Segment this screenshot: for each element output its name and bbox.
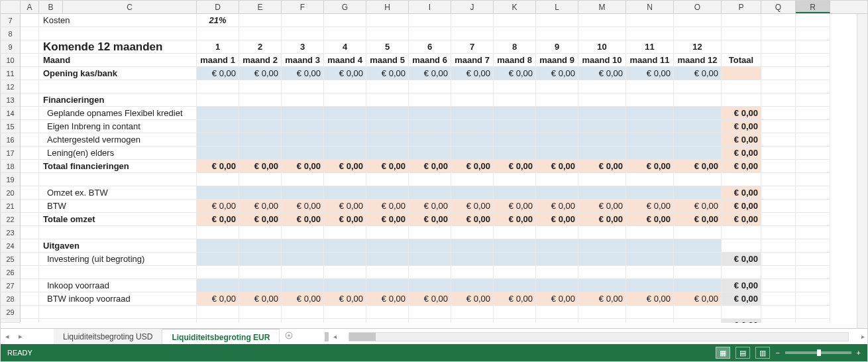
row-20[interactable]: 20 <box>1 186 20 200</box>
col-D[interactable]: D <box>197 1 239 13</box>
add-sheet-button[interactable] <box>280 329 298 344</box>
cell-value[interactable]: € 0,00 <box>494 292 536 306</box>
cell-total[interactable]: € 0,00 <box>722 200 761 213</box>
cell-kosten-pct[interactable]: 21% <box>197 14 239 27</box>
cell-value[interactable]: € 0,00 <box>197 292 239 306</box>
cell-value[interactable]: € 0,00 <box>674 160 722 173</box>
row-23[interactable]: 23 <box>1 226 20 239</box>
cell-value[interactable]: € 0,00 <box>674 200 722 213</box>
cell-value[interactable]: € 0,00 <box>578 213 626 226</box>
cell-value[interactable]: € 0,00 <box>282 292 324 306</box>
cell-value[interactable]: € 0,00 <box>674 67 722 80</box>
col-J[interactable]: J <box>451 1 494 13</box>
cell-value[interactable]: € 0,00 <box>239 160 282 173</box>
col-N[interactable]: N <box>626 1 674 13</box>
row-27[interactable]: 27 <box>1 279 20 292</box>
cell-total[interactable]: € 0,00 <box>722 292 761 306</box>
cell-value[interactable]: € 0,00 <box>626 160 674 173</box>
view-normal-button[interactable]: ▦ <box>716 347 730 359</box>
row-30[interactable] <box>1 319 20 323</box>
row-17[interactable]: 17 <box>1 147 20 160</box>
cell-value[interactable]: € 0,00 <box>282 200 324 213</box>
cell-value[interactable]: € 0,00 <box>409 213 451 226</box>
cell-total[interactable]: € 0,00 <box>722 107 761 120</box>
sheet-tab-eur[interactable]: Liquiditeitsbegroting EUR <box>162 329 280 344</box>
cell-value[interactable]: € 0,00 <box>324 160 366 173</box>
cell-value[interactable]: € 0,00 <box>578 67 626 80</box>
cell-total[interactable]: € 0,00 <box>722 120 761 133</box>
col-B[interactable]: B <box>39 1 63 13</box>
zoom-out-button[interactable]: − <box>775 349 779 357</box>
cell-total[interactable]: € 0,00 <box>722 133 761 147</box>
row-8[interactable]: 8 <box>1 27 20 40</box>
cell-value[interactable]: € 0,00 <box>366 292 409 306</box>
cell-value[interactable]: € 0,00 <box>324 200 366 213</box>
scroll-split-handle[interactable] <box>325 332 329 341</box>
row-9[interactable]: 9 <box>1 40 20 54</box>
cell-value[interactable]: € 0,00 <box>536 292 578 306</box>
cell-value[interactable]: € 0,00 <box>578 160 626 173</box>
cell-value[interactable]: € 0,00 <box>239 67 282 80</box>
row-29[interactable]: 29 <box>1 306 20 319</box>
cell-value[interactable]: € 0,00 <box>197 67 239 80</box>
row-26[interactable]: 26 <box>1 266 20 279</box>
cell-value[interactable]: € 0,00 <box>494 67 536 80</box>
cell-value[interactable]: € 0,00 <box>451 67 494 80</box>
zoom-slider[interactable] <box>785 351 851 354</box>
vertical-scrollbar[interactable] <box>857 14 867 328</box>
col-M[interactable]: M <box>578 1 626 13</box>
cell-total[interactable]: € 0,00 <box>722 213 761 226</box>
col-L[interactable]: L <box>536 1 578 13</box>
cell-value[interactable]: € 0,00 <box>366 67 409 80</box>
cell-value[interactable]: € 0,00 <box>578 200 626 213</box>
row-25[interactable]: 25 <box>1 253 20 266</box>
cell-total[interactable]: € 0,00 <box>722 147 761 160</box>
cell-value[interactable]: € 0,00 <box>536 67 578 80</box>
col-R[interactable]: R <box>796 1 830 13</box>
row-15[interactable]: 15 <box>1 120 20 133</box>
horizontal-scrollbar[interactable]: ◂ ▸ <box>298 329 867 344</box>
row-14[interactable]: 14 <box>1 107 20 120</box>
row-24[interactable]: 24 <box>1 239 20 253</box>
tab-nav-first[interactable]: ◂ <box>1 329 14 344</box>
row-18[interactable]: 18 <box>1 160 20 173</box>
cell-value[interactable]: € 0,00 <box>451 213 494 226</box>
cell-total[interactable]: € 0,00 <box>722 253 761 266</box>
cell-value[interactable]: € 0,00 <box>536 213 578 226</box>
cell-value[interactable]: € 0,00 <box>366 213 409 226</box>
zoom-in-button[interactable]: + <box>857 349 861 357</box>
cell-value[interactable]: € 0,00 <box>197 160 239 173</box>
row-7[interactable]: 7 <box>1 14 20 27</box>
col-Q[interactable]: Q <box>761 1 796 13</box>
view-page-layout-button[interactable]: ▤ <box>735 347 750 359</box>
cell-value[interactable]: € 0,00 <box>409 200 451 213</box>
cell-value[interactable]: € 0,00 <box>282 67 324 80</box>
cell-value[interactable]: € 0,00 <box>626 200 674 213</box>
cell-total[interactable]: € 0,00 <box>722 186 761 200</box>
cell-value[interactable]: € 0,00 <box>494 200 536 213</box>
cell-value[interactable]: € 0,00 <box>494 160 536 173</box>
zoom-slider-knob[interactable] <box>817 349 821 356</box>
cell-value[interactable]: € 0,00 <box>451 160 494 173</box>
row-13[interactable]: 13 <box>1 93 20 107</box>
cell-value[interactable]: € 0,00 <box>674 292 722 306</box>
cell-value[interactable]: € 0,00 <box>451 200 494 213</box>
cell-value[interactable]: € 0,00 <box>239 292 282 306</box>
row-10[interactable]: 10 <box>1 54 20 67</box>
cell-value[interactable]: € 0,00 <box>239 200 282 213</box>
cell-value[interactable]: € 0,00 <box>674 213 722 226</box>
row-11[interactable]: 11 <box>1 67 20 80</box>
cell-total[interactable]: € 0,00 <box>722 279 761 292</box>
cell-value[interactable]: € 0,00 <box>324 213 366 226</box>
cell-value[interactable]: € 0,00 <box>282 213 324 226</box>
cell-total[interactable] <box>722 67 761 80</box>
scroll-right-arrow[interactable]: ▸ <box>858 333 867 340</box>
cell-value[interactable]: € 0,00 <box>409 67 451 80</box>
col-K[interactable]: K <box>494 1 536 13</box>
row-12[interactable]: 12 <box>1 80 20 93</box>
col-E[interactable]: E <box>239 1 282 13</box>
cell-value[interactable]: € 0,00 <box>536 200 578 213</box>
cell-total[interactable]: € 0,00 <box>722 319 761 323</box>
col-F[interactable]: F <box>282 1 324 13</box>
scroll-track[interactable] <box>349 332 849 341</box>
